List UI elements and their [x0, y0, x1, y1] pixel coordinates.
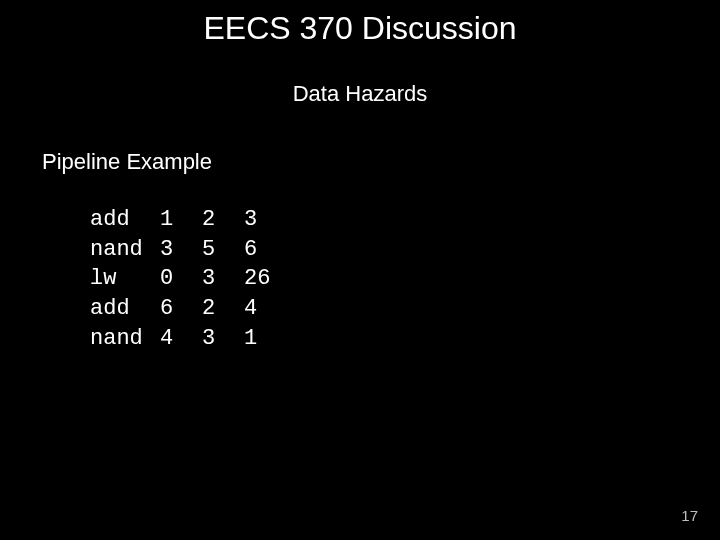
instruction-row: add 6 2 4: [90, 294, 720, 324]
section-heading: Pipeline Example: [42, 149, 720, 175]
instruction-row: nand 4 3 1: [90, 324, 720, 354]
instruction-op: add: [90, 294, 160, 324]
instruction-arg1: 6: [160, 294, 202, 324]
instruction-row: nand 3 5 6: [90, 235, 720, 265]
instruction-arg3: 4: [244, 294, 257, 324]
instruction-op: lw: [90, 264, 160, 294]
instruction-arg3: 1: [244, 324, 257, 354]
instruction-arg2: 2: [202, 205, 244, 235]
instruction-arg2: 2: [202, 294, 244, 324]
slide-title: EECS 370 Discussion: [0, 0, 720, 47]
instruction-arg2: 3: [202, 264, 244, 294]
instruction-arg2: 5: [202, 235, 244, 265]
instruction-row: add 1 2 3: [90, 205, 720, 235]
instruction-arg1: 0: [160, 264, 202, 294]
instruction-arg1: 3: [160, 235, 202, 265]
instruction-list: add 1 2 3 nand 3 5 6 lw 0 3 26 add 6 2 4…: [90, 205, 720, 353]
instruction-arg3: 3: [244, 205, 257, 235]
instruction-arg3: 6: [244, 235, 257, 265]
instruction-row: lw 0 3 26: [90, 264, 720, 294]
instruction-op: nand: [90, 324, 160, 354]
slide-subtitle: Data Hazards: [0, 81, 720, 107]
instruction-op: add: [90, 205, 160, 235]
instruction-arg1: 1: [160, 205, 202, 235]
instruction-arg3: 26: [244, 264, 270, 294]
instruction-arg1: 4: [160, 324, 202, 354]
instruction-op: nand: [90, 235, 160, 265]
page-number: 17: [681, 507, 698, 524]
instruction-arg2: 3: [202, 324, 244, 354]
